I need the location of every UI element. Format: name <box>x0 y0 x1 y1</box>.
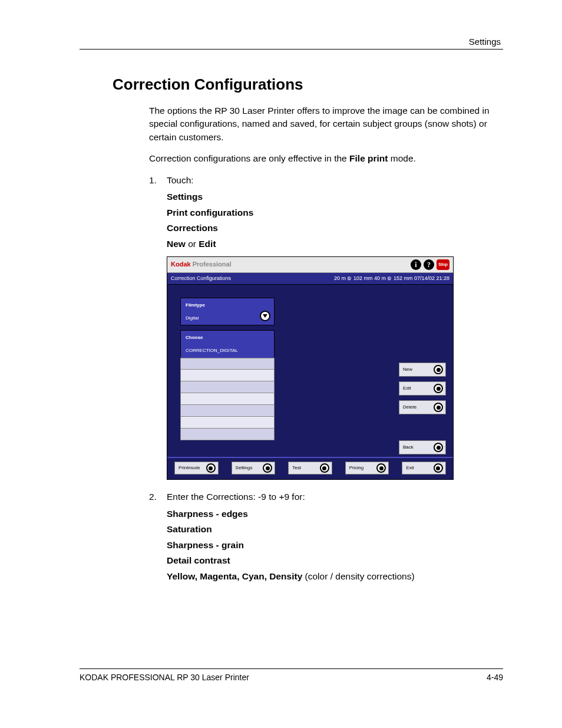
page-title: Correction Configurations <box>113 75 503 94</box>
step1-item-last: New or Edit <box>167 238 503 251</box>
printmode-button[interactable]: Printmode <box>174 462 219 475</box>
step1-item: Settings <box>167 190 503 203</box>
intro-paragraph-2: Correction configurations are only effec… <box>149 152 503 165</box>
filmtype-dropdown[interactable]: Filmtype Digital <box>180 298 275 325</box>
knob-icon <box>206 463 216 473</box>
brand-logo: Kodak Professional <box>171 260 232 269</box>
knob-icon <box>434 384 443 393</box>
list-item[interactable] <box>180 370 275 381</box>
step1-item: Corrections <box>167 222 503 235</box>
shot-footer: Printmode Settings Test Pricing Exit <box>167 457 453 479</box>
header-rule <box>80 49 503 50</box>
info-icon[interactable]: i <box>411 259 421 270</box>
exit-button[interactable]: Exit <box>402 462 446 475</box>
knob-icon <box>434 443 443 452</box>
page-header-label: Settings <box>80 37 503 47</box>
step2-item-last: Yellow, Magenta, Cyan, Density (color / … <box>167 570 503 583</box>
list-item[interactable] <box>180 393 275 405</box>
step2-item: Sharpness - edges <box>167 508 503 521</box>
footer-left: KODAK PROFESSIONAL RP 30 Laser Printer <box>80 673 249 682</box>
knob-icon <box>320 463 329 473</box>
shot-title-text: Correction Configurations <box>171 275 231 282</box>
back-button[interactable]: Back <box>399 440 446 454</box>
step2-item: Saturation <box>167 523 503 536</box>
shot-header: Kodak Professional i ? Stop <box>167 257 453 273</box>
step2-item: Detail contrast <box>167 554 503 567</box>
step1-item: Print configurations <box>167 206 503 219</box>
step-1: 1. Touch: <box>149 174 503 187</box>
knob-icon <box>434 403 443 412</box>
choose-panel: Choose CORRECTION_DIGITAL <box>180 330 275 357</box>
step-2: 2. Enter the Corrections: -9 to +9 for: <box>149 490 503 503</box>
intro-paragraph-1: The options the RP 30 Laser Printer offe… <box>149 104 503 144</box>
help-icon[interactable]: ? <box>424 259 434 270</box>
list-item[interactable] <box>180 429 275 440</box>
settings-button[interactable]: Settings <box>232 462 276 475</box>
footer-rule <box>80 668 503 669</box>
knob-icon <box>434 365 443 374</box>
list-item[interactable] <box>180 405 275 417</box>
list-item[interactable] <box>180 358 275 370</box>
edit-button[interactable]: Edit <box>399 381 446 396</box>
test-button[interactable]: Test <box>288 462 332 475</box>
list-item[interactable] <box>180 417 275 429</box>
knob-icon <box>434 463 443 473</box>
footer-page-number: 4-49 <box>487 673 503 682</box>
choose-selected[interactable]: CORRECTION_DIGITAL <box>186 347 269 354</box>
knob-icon <box>376 463 386 473</box>
pricing-button[interactable]: Pricing <box>345 462 389 475</box>
stop-button[interactable]: Stop <box>437 259 449 270</box>
shot-status-text: 20 m ⊚ 102 mm 40 m ⊚ 152 mm 07/14/02 21:… <box>334 275 449 282</box>
delete-button[interactable]: Delete <box>399 400 446 414</box>
correction-list[interactable] <box>180 358 275 440</box>
ui-screenshot: Kodak Professional i ? Stop Correction C… <box>167 256 454 480</box>
knob-icon <box>263 463 272 473</box>
new-button[interactable]: New <box>399 363 446 377</box>
step2-item: Sharpness - grain <box>167 539 503 552</box>
list-item[interactable] <box>180 381 275 393</box>
